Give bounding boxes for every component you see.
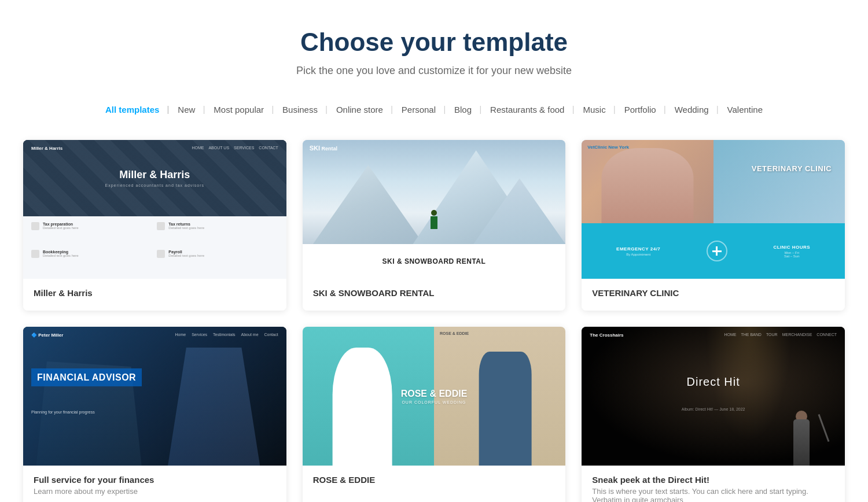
template-card-financial-advisor[interactable]: 🔷 Peter Miller Home Services Testimonial… — [23, 327, 286, 502]
band-nav-merch: MERCHANDISE — [782, 333, 812, 338]
template-card-title-ski: SKI & SNOWBOARD RENTAL — [313, 288, 556, 298]
filter-restaurants-food[interactable]: Restaurants & food — [481, 100, 573, 119]
wedding-hero-subtitle: OUR COLORFUL WEDDING — [401, 400, 468, 404]
ski-person-body — [431, 216, 437, 229]
template-preview-wedding: ROSE & EDDIE ROSE & EDDIE OUR COLORFUL W… — [303, 327, 566, 466]
template-card-title-wedding: ROSE & EDDIE — [313, 475, 556, 485]
financial-nav-links: Home Services Testimonials About me Cont… — [175, 333, 278, 338]
miller-service-icon-4 — [157, 250, 165, 258]
template-card-rose-eddie[interactable]: ROSE & EDDIE ROSE & EDDIE OUR COLORFUL W… — [303, 327, 566, 502]
filter-all-templates[interactable]: All templates — [96, 100, 168, 119]
filter-portfolio[interactable]: Portfolio — [615, 100, 665, 119]
miller-subheading: Experienced accountants and tax advisors — [105, 183, 205, 187]
filter-valentine[interactable]: Valentine — [718, 100, 772, 119]
filter-most-popular[interactable]: Most popular — [204, 100, 273, 119]
filter-wedding[interactable]: Wedding — [665, 100, 718, 119]
template-card-miller-harris[interactable]: Miller & Harris HOME ABOUT US SERVICES C… — [23, 140, 286, 311]
miller-service-4: Payroll Detailed text goes here — [157, 250, 278, 273]
vet-hours-title: CLINIC HOURS — [773, 245, 810, 250]
page-header: Choose your template Pick the one you lo… — [23, 28, 845, 77]
vet-title-text: VETERINARY CLINIC — [752, 165, 832, 173]
vet-person-face — [601, 148, 693, 223]
template-card-info-ski: SKI & SNOWBOARD RENTAL — [303, 279, 566, 311]
miller-nav-links: HOME ABOUT US SERVICES CONTACT — [192, 146, 278, 151]
band-hero-title: Direct Hit — [687, 375, 740, 389]
financial-nav-contact: Contact — [264, 333, 278, 338]
template-card-info-vet: VETERINARY CLINIC — [582, 279, 845, 311]
vet-emergency: EMERGENCY 24/7 By Appointment — [616, 246, 660, 256]
template-preview-band: The Crosshairs HOME THE BAND TOUR MERCHA… — [582, 327, 845, 466]
page-subtitle: Pick the one you love and customize it f… — [23, 65, 845, 77]
filter-online-store[interactable]: Online store — [327, 100, 392, 119]
miller-service-text-4: Payroll Detailed text goes here — [168, 250, 204, 259]
band-nav-tour: TOUR — [766, 333, 778, 338]
template-card-ski-rental[interactable]: SKI Rental SKI & SNOWBOARD RENTAL SKI & … — [303, 140, 566, 311]
vet-bottom-bar: EMERGENCY 24/7 By Appointment CLINIC HOU… — [582, 223, 845, 279]
template-card-title-vet: VETERINARY CLINIC — [592, 288, 834, 298]
template-card-title-band: Sneak peek at the Direct Hit! — [592, 475, 834, 485]
vet-emergency-detail: By Appointment — [616, 253, 660, 256]
filter-new[interactable]: New — [168, 100, 204, 119]
wedding-bride-figure — [333, 348, 392, 466]
miller-nav: Miller & Harris HOME ABOUT US SERVICES C… — [23, 146, 286, 151]
preview-band: The Crosshairs HOME THE BAND TOUR MERCHA… — [582, 327, 845, 466]
template-card-info-band: Sneak peek at the Direct Hit! This is wh… — [582, 466, 845, 502]
ski-logo-bold: SKI — [310, 145, 320, 152]
template-card-direct-hit[interactable]: The Crosshairs HOME THE BAND TOUR MERCHA… — [582, 327, 845, 502]
miller-top-section: Miller & Harris HOME ABOUT US SERVICES C… — [23, 140, 286, 216]
template-card-vet-clinic[interactable]: VetClinic New York VETERINARY CLINIC EME… — [582, 140, 845, 311]
financial-nav-testimonials: Testimonials — [213, 333, 236, 338]
band-nav-logo: The Crosshairs — [590, 333, 623, 338]
template-card-info-financial: Full service for your finances Learn mor… — [23, 466, 286, 502]
miller-service-icon-1 — [31, 222, 39, 230]
financial-nav-home: Home — [175, 333, 186, 338]
miller-service-desc-3: Detailed text goes here — [43, 254, 79, 259]
filter-blog[interactable]: Blog — [445, 100, 481, 119]
wedding-nav-logo: ROSE & EDDIE — [440, 331, 469, 335]
ski-nav-logo: SKI Rental — [310, 145, 337, 152]
preview-ski: SKI Rental SKI & SNOWBOARD RENTAL — [303, 140, 566, 279]
financial-nav-about: About me — [241, 333, 259, 338]
band-hero-subtitle: Album: Direct Hit! — June 18, 2022 — [682, 407, 745, 411]
band-nav-home: HOME — [724, 333, 737, 338]
wedding-groom-figure — [479, 352, 531, 466]
miller-heading: Miller & Harris — [119, 169, 190, 181]
financial-nav-services: Services — [192, 333, 207, 338]
band-nav-links: HOME THE BAND TOUR MERCHANDISE CONNECT — [724, 333, 837, 338]
financial-nav-logo: 🔷 Peter Miller — [31, 333, 63, 338]
template-preview-miller-harris: Miller & Harris HOME ABOUT US SERVICES C… — [23, 140, 286, 279]
ski-logo-thin: Rental — [322, 146, 338, 152]
filter-business[interactable]: Business — [273, 100, 327, 119]
miller-service-2: Tax returns Detailed text goes here — [157, 222, 278, 245]
vet-nav: VetClinic New York — [582, 145, 845, 150]
miller-service-desc-4: Detailed text goes here — [168, 254, 204, 259]
preview-wedding: ROSE & EDDIE ROSE & EDDIE OUR COLORFUL W… — [303, 327, 566, 466]
template-card-info-miller: Miller & Harris — [23, 279, 286, 311]
filter-music[interactable]: Music — [573, 100, 615, 119]
ski-person-head — [431, 210, 437, 216]
miller-service-icon-3 — [31, 250, 39, 258]
template-preview-financial: 🔷 Peter Miller Home Services Testimonial… — [23, 327, 286, 466]
ski-background — [303, 140, 566, 244]
ski-bottom: SKI & SNOWBOARD RENTAL — [303, 244, 566, 279]
vet-hours: CLINIC HOURS Mon – FriSat – Sun — [773, 245, 810, 258]
financial-nav: 🔷 Peter Miller Home Services Testimonial… — [23, 333, 286, 338]
vet-top-section: VetClinic New York VETERINARY CLINIC — [582, 140, 845, 223]
ski-nav: SKI Rental — [303, 145, 566, 152]
financial-hero-subtitle: Planning for your financial progress — [31, 410, 95, 414]
templates-grid: Miller & Harris HOME ABOUT US SERVICES C… — [23, 140, 845, 502]
miller-service-title-4: Payroll — [168, 250, 204, 254]
vet-nav-logo: VetClinic New York — [587, 145, 629, 150]
miller-service-title-1: Tax preparation — [43, 222, 79, 226]
page-wrapper: Choose your template Pick the one you lo… — [0, 0, 868, 502]
miller-service-text-2: Tax returns Detailed text goes here — [168, 222, 204, 231]
filter-personal[interactable]: Personal — [392, 100, 445, 119]
template-card-title-miller: Miller & Harris — [34, 288, 276, 298]
template-preview-vet-clinic: VetClinic New York VETERINARY CLINIC EME… — [582, 140, 845, 279]
miller-nav-link-services: SERVICES — [234, 146, 254, 151]
miller-nav-link-contact: CONTACT — [259, 146, 278, 151]
miller-service-desc-1: Detailed text goes here — [43, 226, 79, 231]
preview-miller: Miller & Harris HOME ABOUT US SERVICES C… — [23, 140, 286, 279]
vet-title-overlay: VETERINARY CLINIC — [752, 165, 832, 173]
band-nav-connect: CONNECT — [816, 333, 837, 338]
